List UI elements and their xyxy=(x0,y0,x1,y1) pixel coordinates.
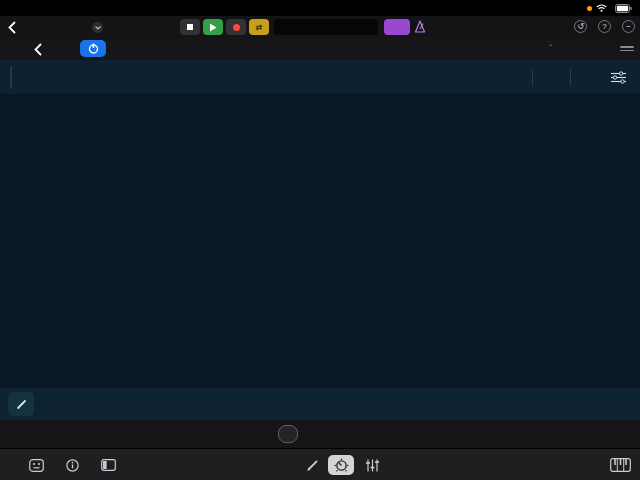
cycle-icon: ⇄ xyxy=(256,23,263,32)
record-button[interactable] xyxy=(226,19,246,35)
sidebar-icon xyxy=(101,459,116,471)
info-button[interactable] xyxy=(62,455,82,475)
chevron-left-icon xyxy=(8,21,16,34)
plugin-tab-strip xyxy=(0,420,640,448)
window-drag-handle[interactable] xyxy=(620,46,634,51)
faders-icon xyxy=(365,459,380,472)
beat-breaker-editor[interactable] xyxy=(0,94,640,388)
pencil-icon xyxy=(306,459,319,472)
mic-indicator-dot xyxy=(587,6,592,11)
plugin-back-button[interactable] xyxy=(34,38,42,60)
plugin-param-bar xyxy=(0,60,640,94)
bottom-toolbar xyxy=(0,448,640,480)
edit-pencil-button[interactable] xyxy=(302,455,322,475)
undo-button[interactable]: ↺ xyxy=(574,20,587,33)
grid-dots-icon xyxy=(29,459,44,472)
undo-icon: ↺ xyxy=(577,22,584,31)
song-title-menu-button[interactable] xyxy=(92,22,103,33)
info-icon xyxy=(66,459,79,472)
cycle-button[interactable]: ⇄ xyxy=(249,19,269,35)
plugin-header: ⌄ xyxy=(0,38,640,60)
transport-controls: ⇄ xyxy=(180,19,269,35)
sliders-icon xyxy=(610,71,627,84)
battery-icon xyxy=(615,4,632,13)
chevron-down-icon xyxy=(95,26,101,30)
record-icon xyxy=(233,24,240,31)
knob-icon xyxy=(334,458,349,473)
beat-breaker-display[interactable] xyxy=(0,94,640,388)
power-icon xyxy=(88,43,99,54)
keyboard-button[interactable] xyxy=(608,455,632,475)
main-toolbar: ⇄ ↺ ? − xyxy=(0,16,640,38)
play-icon xyxy=(209,23,217,32)
preset-row xyxy=(0,388,640,420)
automation-control[interactable]: ⌄ xyxy=(548,39,602,49)
plugin-power-button[interactable] xyxy=(80,40,106,57)
browser-button[interactable] xyxy=(26,455,46,475)
mixer-button[interactable] xyxy=(362,455,382,475)
play-button[interactable] xyxy=(203,19,223,35)
preset-edit-button[interactable] xyxy=(8,392,34,416)
divider xyxy=(532,69,533,86)
sidebar-button[interactable] xyxy=(98,455,118,475)
wifi-icon xyxy=(596,4,607,12)
status-bar xyxy=(0,0,640,16)
view-tab-group xyxy=(10,66,12,89)
chevron-left-icon xyxy=(34,43,42,56)
metronome-icon xyxy=(414,20,426,33)
metronome-button[interactable] xyxy=(414,20,426,33)
count-in-button[interactable] xyxy=(384,19,410,35)
help-button[interactable]: ? xyxy=(598,20,611,33)
minimize-icon: − xyxy=(626,22,631,31)
divider xyxy=(570,69,571,86)
pencil-icon xyxy=(16,399,27,410)
plugin-controls-button[interactable] xyxy=(328,455,354,475)
back-button[interactable] xyxy=(8,16,16,38)
stop-icon xyxy=(187,24,193,30)
piano-icon xyxy=(610,458,631,472)
stop-button[interactable] xyxy=(180,19,200,35)
help-icon: ? xyxy=(602,22,606,31)
minimize-button[interactable]: − xyxy=(622,20,635,33)
plugin-tab-beat-breaker[interactable] xyxy=(278,425,298,443)
lcd-display[interactable] xyxy=(274,19,378,35)
chevron-down-icon: ⌄ xyxy=(548,41,553,47)
display-settings-button[interactable] xyxy=(610,71,627,84)
